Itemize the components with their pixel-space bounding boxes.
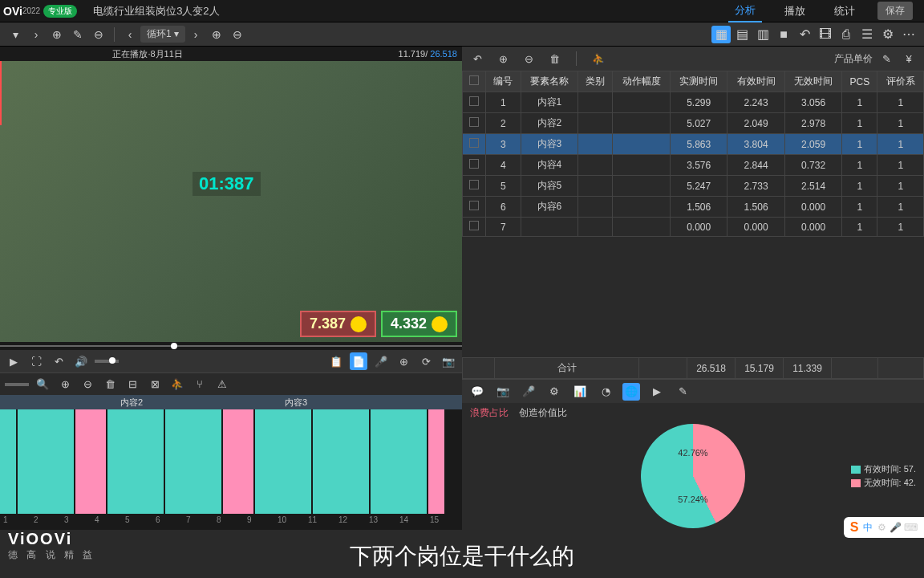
timeline[interactable]: 内容2 内容3 123456789101112131415 <box>0 395 462 530</box>
plus3-icon[interactable]: ⊕ <box>494 50 512 67</box>
note-icon[interactable]: 📄 <box>350 352 367 370</box>
app-header: OVi 2022 专业版 电缆行业组装岗位3人变2人 分析 播放 统计 保存 <box>0 0 924 22</box>
back-icon[interactable]: ↶ <box>50 352 67 370</box>
col-header: 实测时间 <box>670 71 727 92</box>
loop-selector[interactable]: 循环1 ▾ <box>140 26 185 43</box>
row-checkbox[interactable] <box>469 180 479 189</box>
plus-icon[interactable]: ⊕ <box>48 26 66 43</box>
tl-label: 内容3 <box>285 397 307 409</box>
film-icon[interactable]: 🎞 <box>816 26 835 43</box>
equalizer-icon[interactable]: ⚙ <box>545 383 563 401</box>
row-checkbox[interactable] <box>469 117 479 127</box>
remove-icon[interactable]: ⊖ <box>79 376 96 393</box>
minus-icon[interactable]: ⊖ <box>90 26 107 43</box>
warn-icon[interactable]: ⚠ <box>213 376 231 393</box>
undo-icon[interactable]: ↶ <box>795 26 814 43</box>
comment-icon[interactable]: 💬 <box>468 383 486 401</box>
minus3-icon[interactable]: ⊖ <box>520 50 537 67</box>
col-header: 动作幅度 <box>613 71 670 92</box>
row-checkbox[interactable] <box>469 96 479 106</box>
pencil-icon[interactable]: ✎ <box>674 383 691 401</box>
frame-icon[interactable]: ⛶ <box>27 352 45 370</box>
trash2-icon[interactable]: 🗑 <box>545 50 563 67</box>
edition-badge: 专业版 <box>43 5 77 18</box>
camera2-icon[interactable]: 📷 <box>494 383 512 401</box>
table-row[interactable]: 4内容43.5762.8440.73211 <box>463 155 924 176</box>
volume-icon[interactable]: 🔊 <box>72 352 90 370</box>
video-viewport[interactable]: 01:387 7.387 4.332 <box>0 61 462 342</box>
gear-icon[interactable]: ⚙ <box>878 26 898 43</box>
menu-icon[interactable]: ☰ <box>857 26 877 43</box>
grid-view-icon[interactable]: ▦ <box>711 26 731 43</box>
plus2-icon[interactable]: ⊕ <box>208 26 225 43</box>
col-header: 有效时间 <box>727 71 784 92</box>
video-controls: ▶ ⛶ ↶ 🔊 📋 📄 🎤 ⊕ ⟳ 📷 <box>0 350 462 372</box>
edit2-icon[interactable]: ✎ <box>877 50 895 67</box>
minus2-icon[interactable]: ⊖ <box>229 26 246 43</box>
play-icon[interactable]: ▶ <box>5 352 22 370</box>
dropdown-icon[interactable]: ▾ <box>6 26 24 43</box>
row-checkbox[interactable] <box>469 159 479 169</box>
table-row[interactable]: 5内容55.2472.7332.51411 <box>463 176 924 197</box>
tab-value-ratio[interactable]: 创造价值比 <box>519 407 567 418</box>
mic-icon[interactable]: 🎤 <box>372 352 390 370</box>
trash-icon[interactable]: 🗑 <box>101 376 119 393</box>
export-icon[interactable]: ▶ <box>648 383 666 401</box>
clipboard-icon[interactable]: 📋 <box>327 352 345 370</box>
table-row[interactable]: 6内容61.5061.5060.00011 <box>463 197 924 218</box>
table-row[interactable]: 2内容25.0272.0492.97811 <box>463 113 924 134</box>
person2-icon[interactable]: ⛹ <box>590 50 607 67</box>
next-icon[interactable]: › <box>27 26 45 43</box>
branch-icon[interactable]: ⑂ <box>191 376 209 393</box>
collapse-icon[interactable]: ⊟ <box>124 376 141 393</box>
camera-icon[interactable]: 📷 <box>440 352 457 370</box>
brand-footer: ViOOVi 德 高 说 精 益 <box>8 530 95 562</box>
undo2-icon[interactable]: ↶ <box>468 50 486 67</box>
add-icon[interactable]: ⊕ <box>56 376 74 393</box>
mic2-icon[interactable]: 🎤 <box>520 383 537 401</box>
column-view-icon[interactable]: ▥ <box>753 26 772 43</box>
col-header: 编号 <box>486 71 521 92</box>
row-checkbox[interactable] <box>469 138 479 148</box>
tl-label: 内容2 <box>120 397 143 409</box>
col-header: 要素名称 <box>521 71 578 92</box>
invalid-time-badge: 7.387 <box>300 311 376 337</box>
happy-icon <box>432 316 448 332</box>
print-icon[interactable]: ⎙ <box>837 26 856 43</box>
total-time: 26.518 <box>430 49 457 59</box>
table-row[interactable]: 70.0000.0000.00011 <box>463 218 924 237</box>
tab-statistics[interactable]: 统计 <box>828 1 861 22</box>
tab-playback[interactable]: 播放 <box>778 1 812 22</box>
zoom-icon[interactable]: 🔍 <box>34 376 51 393</box>
edit-icon[interactable]: ✎ <box>69 26 87 43</box>
row-checkbox[interactable] <box>469 201 479 210</box>
product-price-label: 产品单价 ✎ ¥ <box>834 50 918 67</box>
col-header: 评价系 <box>877 71 924 92</box>
valid-time-badge: 4.332 <box>381 311 457 337</box>
save-button[interactable]: 保存 <box>877 2 913 20</box>
bar-chart-icon[interactable]: 📊 <box>571 383 589 401</box>
chart-toolbar: 💬 📷 🎤 ⚙ 📊 ◔ 🌐 ▶ ✎ <box>462 379 924 403</box>
stop-icon[interactable]: ■ <box>774 26 793 43</box>
chart-tabs: 浪费占比 创造价值比 <box>462 403 924 422</box>
person-icon[interactable]: ⛹ <box>168 376 186 393</box>
data-table: 编号要素名称类别动作幅度实测时间有效时间无效时间PCS评价系 1内容15.299… <box>462 71 924 237</box>
refresh-icon[interactable]: ⟳ <box>417 352 435 370</box>
table-row[interactable]: 1内容15.2992.2433.05611 <box>463 92 924 113</box>
tab-waste-ratio[interactable]: 浪费占比 <box>470 407 509 418</box>
yen-icon[interactable]: ¥ <box>900 50 918 67</box>
pie-icon[interactable]: ◔ <box>597 383 614 401</box>
next2-icon[interactable]: › <box>187 26 205 43</box>
ime-widget[interactable]: S 中 ⚙ 🎤 ⌨ <box>844 517 924 538</box>
select-all-checkbox[interactable] <box>469 75 479 85</box>
table-row[interactable]: 3内容35.8633.8042.05911 <box>463 134 924 155</box>
tab-analysis[interactable]: 分析 <box>728 0 762 22</box>
split-view-icon[interactable]: ▤ <box>732 26 752 43</box>
row-checkbox[interactable] <box>469 221 479 230</box>
globe-icon[interactable]: 🌐 <box>622 383 640 401</box>
close-icon[interactable]: ⊠ <box>146 376 164 393</box>
zoom-in-icon[interactable]: ⊕ <box>395 352 412 370</box>
prev-icon[interactable]: ‹ <box>121 26 139 43</box>
more-icon[interactable]: ⋯ <box>899 26 918 43</box>
video-scrubber[interactable] <box>0 342 462 350</box>
